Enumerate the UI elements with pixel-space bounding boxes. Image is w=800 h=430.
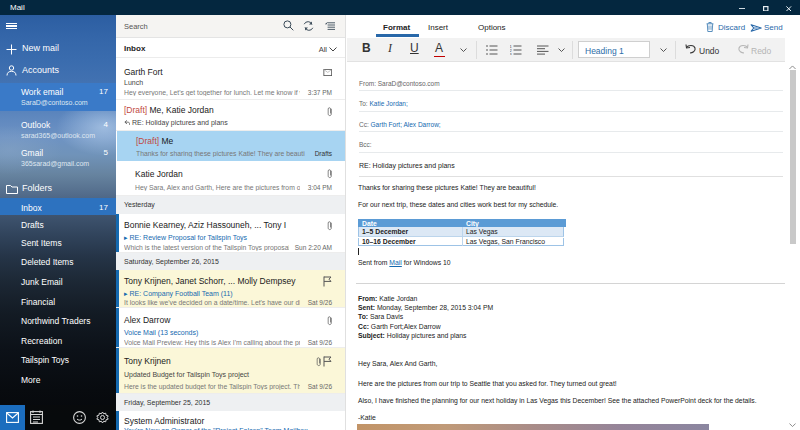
svg-text:3: 3 [510,52,513,55]
